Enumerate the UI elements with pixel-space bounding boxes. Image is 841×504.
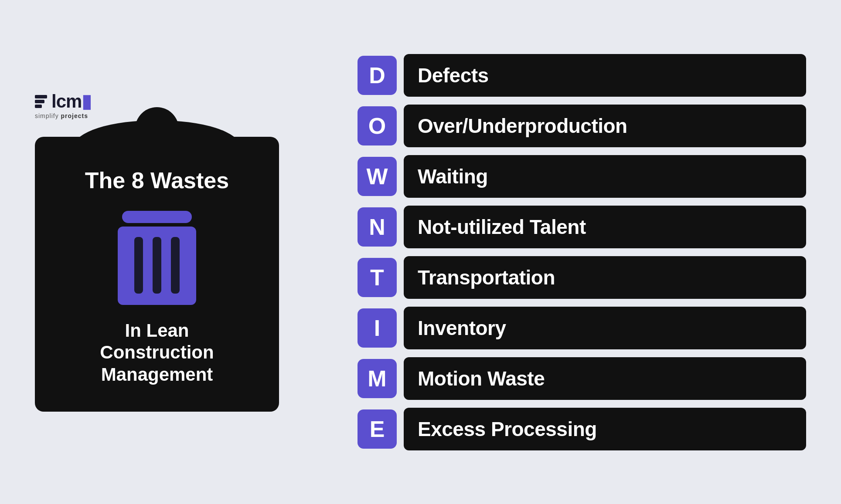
waste-label-box-3: Not-utilized Talent [404, 206, 806, 248]
waste-letter-6: M [368, 365, 386, 392]
waste-letter-box-6: M [358, 359, 397, 398]
waste-item: T Transportation [358, 256, 806, 299]
logo-tagline: simplify projects [35, 112, 88, 119]
waste-item: W Waiting [358, 155, 806, 198]
waste-label-text-6: Motion Waste [418, 367, 545, 390]
waste-label-text-7: Excess Processing [418, 417, 597, 441]
waste-item: I Inventory [358, 307, 806, 349]
logo-layer-2 [35, 100, 44, 103]
logo-layer-1 [35, 95, 47, 98]
waste-label-box-4: Transportation [404, 256, 806, 299]
waste-letter-4: T [370, 264, 384, 291]
trash-icon [113, 211, 201, 307]
waste-label-text-1: Over/Underproduction [418, 114, 627, 138]
waste-letter-0: D [369, 62, 385, 88]
svg-rect-1 [146, 211, 168, 213]
trash-lid [74, 120, 240, 155]
waste-label-text-3: Not-utilized Talent [418, 215, 586, 239]
logo-cursor-char: ▮ [82, 91, 91, 112]
logo-text: lcm▮ [51, 92, 91, 111]
waste-label-text-4: Transportation [418, 266, 555, 289]
svg-rect-4 [153, 237, 161, 294]
waste-item: E Excess Processing [358, 408, 806, 450]
waste-letter-5: I [374, 315, 380, 341]
waste-label-text-5: Inventory [418, 316, 506, 340]
waste-letter-box-0: D [358, 56, 397, 95]
svg-rect-5 [171, 237, 180, 294]
waste-item: M Motion Waste [358, 357, 806, 400]
waste-item: D Defects [358, 54, 806, 97]
waste-label-box-0: Defects [404, 54, 806, 97]
main-title: The 8 Wastes [85, 167, 229, 193]
trash-card: The 8 Wastes In LeanConstructionManageme… [35, 137, 279, 412]
waste-letter-box-1: O [358, 106, 397, 145]
logo-tagline-bold: projects [61, 112, 88, 119]
waste-letter-box-2: W [358, 157, 397, 196]
waste-item: N Not-utilized Talent [358, 206, 806, 248]
logo-row: lcm▮ [35, 92, 91, 111]
logo-layers-icon [35, 95, 47, 108]
svg-rect-0 [122, 211, 192, 223]
waste-letter-box-5: I [358, 308, 397, 348]
waste-item: O Over/Underproduction [358, 105, 806, 147]
logo-area: lcm▮ simplify projects [35, 92, 91, 119]
page-container: lcm▮ simplify projects The 8 Wastes [0, 0, 841, 504]
waste-label-box-5: Inventory [404, 307, 806, 349]
svg-rect-3 [134, 237, 143, 294]
left-section: lcm▮ simplify projects The 8 Wastes [35, 92, 331, 412]
waste-letter-box-4: T [358, 258, 397, 297]
sub-title: In LeanConstructionManagement [100, 320, 214, 386]
trash-lid-area [74, 120, 240, 155]
waste-letter-box-7: E [358, 409, 397, 449]
waste-letter-3: N [369, 214, 385, 240]
waste-label-box-7: Excess Processing [404, 408, 806, 450]
waste-letter-1: O [368, 113, 386, 139]
waste-letter-box-3: N [358, 207, 397, 247]
trash-handle [135, 107, 179, 133]
waste-label-box-2: Waiting [404, 155, 806, 198]
waste-letter-2: W [366, 163, 388, 189]
waste-label-box-6: Motion Waste [404, 357, 806, 400]
right-section: D Defects O Over/Underproduction W Waiti… [358, 54, 806, 450]
waste-label-text-0: Defects [418, 64, 489, 87]
logo-layer-3 [35, 105, 42, 108]
waste-letter-7: E [370, 416, 385, 442]
waste-label-box-1: Over/Underproduction [404, 105, 806, 147]
waste-label-text-2: Waiting [418, 165, 488, 188]
